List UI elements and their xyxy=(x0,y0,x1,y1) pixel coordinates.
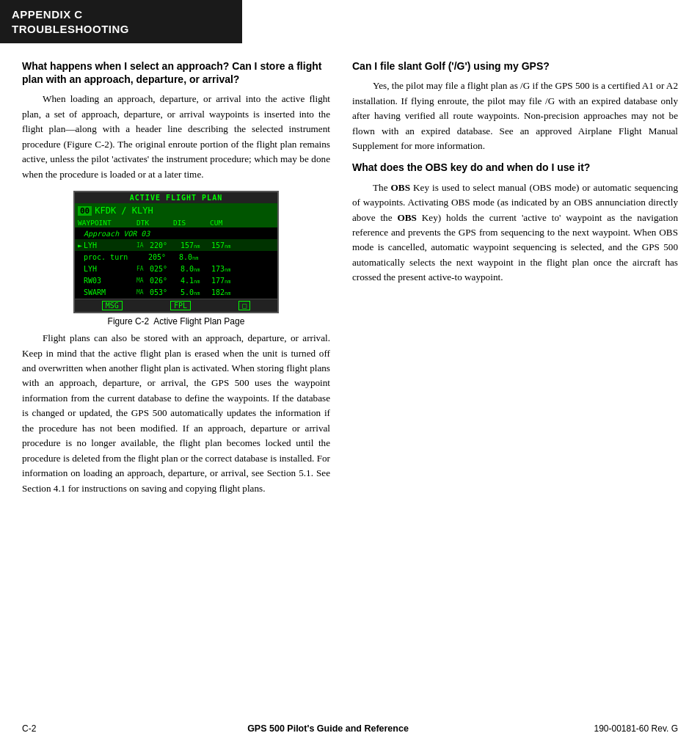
right-column: Can I file slant Golf ('/G') using my GP… xyxy=(352,59,678,503)
obs-bold-1: OBS xyxy=(391,182,410,193)
main-content: What happens when I select an approach? … xyxy=(0,43,700,518)
left-column: What happens when I select an approach? … xyxy=(22,59,330,503)
gps-row-swarm: SWARM MA 053° 5.0nm 182nm xyxy=(75,286,277,298)
left-section-heading: What happens when I select an approach? … xyxy=(22,59,330,86)
gps-col-dis: DIS xyxy=(173,219,210,227)
gps-screen: ACTIVE FLIGHT PLAN 00 KFDK / KLYH WAYPOI… xyxy=(73,191,279,313)
header-line2: TROUBLESHOOTING xyxy=(12,23,129,35)
gps-bottom-bar: MSG FPL □ xyxy=(75,299,277,312)
right-section2-heading: What does the OBS key do and when do I u… xyxy=(352,161,678,174)
obs-bold-2: OBS xyxy=(397,212,416,223)
gps-title: ACTIVE FLIGHT PLAN xyxy=(75,192,277,203)
figure-caption: Figure C-2 Active Flight Plan Page xyxy=(108,316,245,327)
right-section1-heading: Can I file slant Golf ('/G') using my GP… xyxy=(352,59,678,73)
appendix-header: APPENDIX C TROUBLESHOOTING xyxy=(0,0,242,43)
gps-column-headers: WAYPOINT DTK DIS CUM xyxy=(75,218,277,227)
gps-col-waypoint: WAYPOINT xyxy=(78,219,136,227)
gps-row-rw03: RW03 MA 026° 4.1nm 177nm xyxy=(75,274,277,286)
gps-col-dtk: DTK xyxy=(136,219,173,227)
gps-figure: ACTIVE FLIGHT PLAN 00 KFDK / KLYH WAYPOI… xyxy=(22,191,330,327)
gps-indicator: □ xyxy=(238,301,250,310)
footer-page-number: C-2 xyxy=(22,723,110,734)
gps-waypoint-num: 00 xyxy=(78,206,92,216)
gps-route: KFDK / KLYH xyxy=(95,205,153,216)
footer-title: GPS 500 Pilot's Guide and Reference xyxy=(110,723,546,734)
gps-col-cum: CUM xyxy=(210,219,247,227)
left-para-1: When loading an approach, departure, or … xyxy=(22,92,330,182)
gps-msg-button: MSG xyxy=(102,301,123,310)
left-para-2: Flight plans can also be stored with an … xyxy=(22,331,330,496)
page-footer: C-2 GPS 500 Pilot's Guide and Reference … xyxy=(0,723,700,734)
gps-row-proc-turn: proc. turn 205° 8.0nm xyxy=(75,251,277,263)
gps-waypoint-bar: 00 KFDK / KLYH xyxy=(75,203,277,218)
gps-row-lyh-active: ► LYH IA 220° 157nm 157nm xyxy=(75,239,277,251)
gps-fpl-button: FPL xyxy=(170,301,191,310)
footer-doc-number: 190-00181-60 Rev. G xyxy=(546,723,678,734)
right-section2-para: The OBS Key is used to select manual (OB… xyxy=(352,180,678,285)
gps-row-lyh-fa: LYH FA 025° 8.0nm 173nm xyxy=(75,263,277,274)
header-line1: APPENDIX C xyxy=(12,8,83,21)
right-section1-para: Yes, the pilot may file a flight plan as… xyxy=(352,79,678,153)
gps-row-approach: Approach VOR 03 xyxy=(75,227,277,239)
